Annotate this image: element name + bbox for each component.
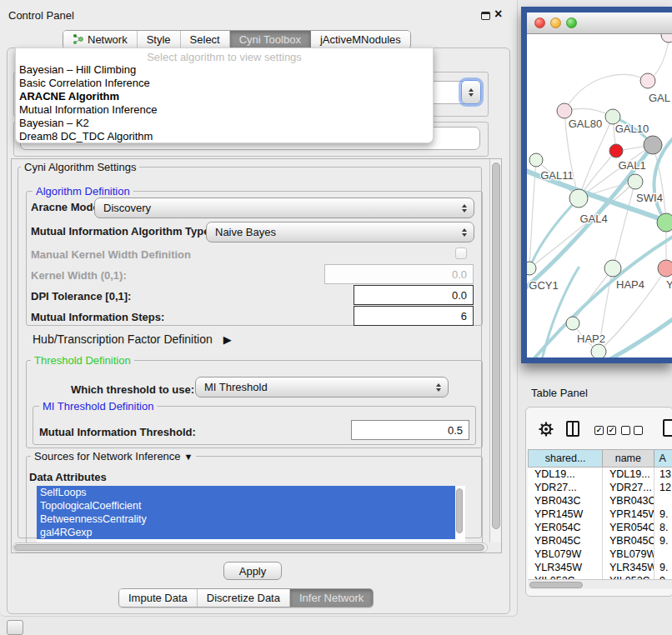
file-icon[interactable]	[663, 419, 672, 437]
manual-kernel-width-checkbox[interactable]	[455, 248, 467, 259]
table-row[interactable]: YDR27...YDR27...12	[528, 481, 672, 494]
network-node-hap2[interactable]	[566, 317, 579, 330]
network-node-gal80[interactable]	[557, 103, 572, 118]
table-cell: 9.	[654, 561, 672, 574]
tab-infer-network[interactable]: Infer Network	[290, 589, 373, 607]
network-node-swi4[interactable]	[628, 174, 643, 189]
network-edge-highlighted[interactable]	[529, 198, 579, 268]
column-header-shared-name[interactable]: shared...	[529, 450, 603, 467]
hub-definition-expander[interactable]: Hub/Transcription Factor Definition ▶	[33, 332, 232, 346]
table-cell: YER054C	[528, 521, 603, 534]
close-traffic-light[interactable]	[534, 18, 545, 28]
network-node-gcy1[interactable]	[527, 262, 536, 275]
close-icon[interactable]: ×	[494, 7, 502, 22]
combobox-value: MI Threshold	[204, 381, 268, 393]
tab-cyni-toolbox[interactable]: Cyni Toolbox	[230, 31, 311, 48]
table-row[interactable]: YPR145WYPR145W9.	[528, 508, 672, 521]
table-header: shared... name A	[528, 449, 672, 468]
network-node-salmon-node[interactable]	[658, 260, 672, 277]
combobox-value: Discovery	[103, 202, 151, 214]
tab-select[interactable]: Select	[181, 31, 230, 48]
table-row[interactable]: YER054CYER054C8.	[528, 521, 672, 534]
minimize-traffic-light[interactable]	[550, 18, 561, 28]
deselect-all-checks-icon[interactable]	[621, 426, 643, 435]
dpi-tolerance-input[interactable]: 0.0	[354, 285, 474, 305]
scrollbar-thumb[interactable]	[14, 544, 484, 551]
algorithm-option[interactable]: Dream8 DC_TDC Algorithm	[16, 130, 433, 143]
algorithm-option[interactable]: ARACNE Algorithm	[16, 90, 433, 103]
table-row[interactable]: YBR045CYBR045C9.	[528, 534, 672, 548]
dropdown-hint: Select algorithm to view settings	[16, 51, 433, 63]
table-panel: ✓ ✓ shared... name A YDL19...YDL19...13Y…	[525, 407, 672, 597]
tab-jactivemnodules[interactable]: jActiveMNodules	[311, 31, 410, 48]
tab-label: Select	[190, 33, 220, 46]
data-attributes-list[interactable]: SelfLoopsTopologicalCoefficientBetweenne…	[37, 486, 465, 542]
network-node-hap4[interactable]	[604, 260, 621, 277]
table-cell: YPR145W	[528, 508, 603, 521]
attribute-item[interactable]: BetweennessCentrality	[37, 512, 455, 526]
column-header-name[interactable]: name	[603, 450, 654, 467]
table-panel-title: Table Panel	[531, 387, 588, 399]
network-node-bottom-node[interactable]	[591, 344, 606, 358]
horizontal-scrollbar[interactable]	[13, 542, 488, 552]
mi-algorithm-type-combobox[interactable]: Naive Bayes	[206, 222, 474, 242]
table-row[interactable]: YBL079WYBL079W	[528, 548, 672, 561]
table-cell: YBL079W	[528, 548, 603, 561]
algorithm-option[interactable]: Mutual Information Inference	[16, 103, 433, 117]
network-node-green-big[interactable]	[657, 213, 672, 232]
table-cell: YLR345W	[603, 561, 654, 574]
network-node-gal1[interactable]	[609, 144, 623, 158]
table-cell: 13	[654, 468, 672, 481]
scrollbar-thumb[interactable]	[492, 162, 500, 529]
apply-button[interactable]: Apply	[223, 562, 282, 580]
mi-threshold-label: Mutual Information Threshold:	[39, 426, 196, 438]
column-header-partial[interactable]: A	[654, 450, 672, 467]
node-label-hap4: HAP4	[616, 278, 644, 291]
algorithm-option[interactable]: Basic Correlation Inference	[16, 77, 433, 90]
aracne-mode-combobox[interactable]: Discovery	[94, 198, 474, 218]
attribute-item[interactable]: gal4RGexp	[37, 526, 455, 539]
combobox-arrow-button[interactable]	[461, 80, 481, 104]
select-all-checks-icon[interactable]: ✓ ✓	[594, 426, 616, 435]
network-edge-highlighted[interactable]	[610, 311, 672, 358]
algorithm-option[interactable]: Bayesian – Hill Climbing	[16, 63, 433, 77]
network-canvas[interactable]: GALGAL80GAL10GAL1GAL11GAL4SWI4GCY1HAP4YH…	[527, 34, 672, 358]
tab-style[interactable]: Style	[138, 31, 181, 48]
table-horizontal-scrollbar[interactable]	[528, 579, 672, 589]
attribute-item[interactable]: SelfLoops	[37, 486, 455, 499]
table-row[interactable]: YLR345WYLR345W9.	[528, 561, 672, 574]
scrollbar-thumb[interactable]	[529, 582, 583, 588]
attribute-item[interactable]: TopologicalCoefficient	[37, 499, 455, 512]
mi-threshold-input[interactable]: 0.5	[351, 420, 469, 440]
sources-collapse-header[interactable]: Sources for Network Inference▼	[31, 450, 196, 462]
zoom-traffic-light[interactable]	[566, 18, 577, 28]
tab-discretize-data[interactable]: Discretize Data	[198, 589, 290, 607]
algorithm-option[interactable]: Bayesian – K2	[16, 117, 433, 130]
table-row[interactable]: YBR043CYBR043C	[528, 494, 672, 508]
network-node-gray-node[interactable]	[644, 136, 662, 154]
minimized-panel-icon[interactable]	[7, 620, 23, 635]
columns-icon[interactable]	[566, 421, 579, 437]
table-row[interactable]: YDL19...YDL19...13	[528, 468, 672, 481]
network-node-gal-pink[interactable]	[640, 73, 655, 88]
network-edge[interactable]	[564, 74, 648, 111]
group-title: Cyni Algorithm Settings	[21, 161, 139, 173]
vertical-scrollbar[interactable]	[489, 159, 501, 542]
mi-steps-input[interactable]: 6	[354, 306, 474, 326]
network-node-partial-top[interactable]	[661, 34, 672, 42]
kernel-width-input[interactable]: 0.0	[324, 264, 474, 284]
network-node-gal4[interactable]	[569, 189, 588, 208]
which-threshold-combobox[interactable]: MI Threshold	[195, 377, 449, 398]
window-titlebar[interactable]	[527, 12, 672, 34]
group-title: Threshold Definition	[31, 354, 134, 367]
float-window-icon[interactable]	[481, 12, 490, 20]
mi-steps-label: Mutual Information Steps:	[31, 311, 164, 323]
collapse-arrow-icon: ▼	[184, 452, 193, 462]
gear-icon[interactable]	[538, 421, 554, 441]
tab-impute-data[interactable]: Impute Data	[119, 589, 198, 607]
list-scrollbar-thumb[interactable]	[456, 488, 463, 533]
dropdown-item-list: Bayesian – Hill ClimbingBasic Correlatio…	[16, 63, 433, 143]
node-label-gal10: GAL10	[615, 122, 649, 135]
network-node-gal11[interactable]	[529, 153, 543, 167]
tab-network[interactable]: Network	[63, 31, 138, 48]
